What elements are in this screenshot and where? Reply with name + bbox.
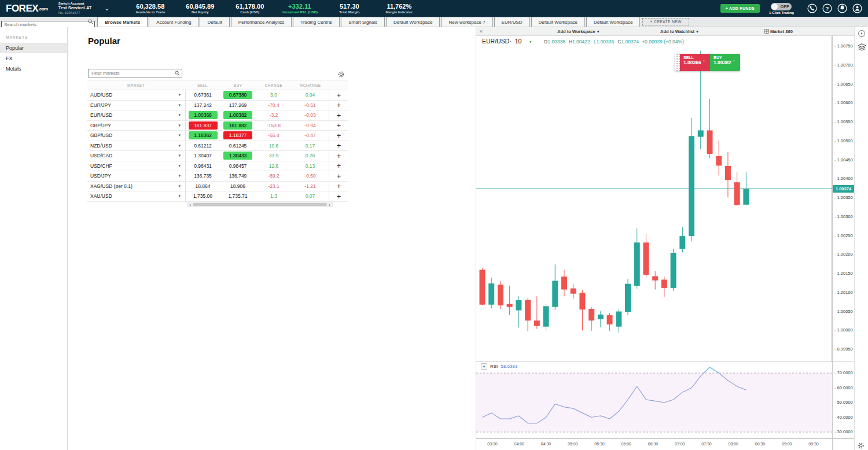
market-cell[interactable]: XAU/USD▾ [87,191,185,201]
buy-price-cell[interactable]: 1,735.71 [220,191,256,201]
buy-price-cell[interactable]: 18.906 [220,182,256,191]
time-axis[interactable]: 03:3004:0004:3005:0005:3006:0006:3007:00… [476,438,854,450]
add-to-watchlist-button[interactable]: Add to Watchlist ▼ [660,29,699,34]
rsi-panel[interactable] [476,362,832,438]
add-market-button[interactable]: + [329,90,348,100]
trade-widget-drag-handle[interactable] [675,54,680,71]
market-cell[interactable]: USD/JPY▾ [87,171,185,181]
sell-price-cell[interactable]: 1.30407 [185,151,220,161]
sell-price-cell[interactable]: 1.18362 [185,131,220,141]
one-click-toggle[interactable]: OFF [771,3,792,10]
scroll-left-arrow[interactable]: ◂ [187,202,192,206]
market-cell[interactable]: XAG/USD (per 0.1)▾ [87,182,185,191]
market-dropdown-icon[interactable]: ▾ [178,174,185,178]
market-dropdown-icon[interactable]: ▾ [178,184,185,189]
sell-price-cell[interactable]: 136.735 [185,171,220,181]
market-cell[interactable]: GBP/USD▾ [87,131,185,141]
sell-price-cell[interactable]: 0.98431 [185,161,220,171]
market-dropdown-icon[interactable]: ▾ [178,133,185,138]
buy-price-cell[interactable]: 1.30433 [220,151,256,161]
workspace-tab[interactable]: Default Workspace [386,17,440,27]
buy-price-cell[interactable]: 136.749 [220,171,256,181]
market-dropdown-icon[interactable]: ▾ [178,103,185,108]
phone-icon[interactable] [807,3,817,13]
scroll-thumb[interactable] [193,203,327,206]
workspace-tab[interactable]: Trading Central [293,17,340,27]
price-axis[interactable]: 1.007501.007001.006501.006001.005501.005… [832,36,854,450]
sidebar-item-fx[interactable]: FX [0,53,67,64]
add-market-button[interactable]: + [329,171,348,181]
market-cell[interactable]: GBP/JPY▾ [87,121,185,131]
workspace-tab[interactable]: Default [200,17,229,27]
market-cell[interactable]: AUD/USD▾ [87,90,185,100]
sell-price-cell[interactable]: 1.00366 [185,110,220,120]
add-market-button[interactable]: + [329,141,348,151]
buy-price-cell[interactable]: 161.882 [220,121,256,131]
add-market-button[interactable]: + [329,101,348,110]
market-cell[interactable]: NZD/USD▾ [87,141,185,151]
add-market-button[interactable]: + [329,191,348,201]
sell-price-cell[interactable]: 18.864 [185,182,220,191]
candlestick-chart[interactable] [476,36,832,362]
market-dropdown-icon[interactable]: ▾ [178,123,185,128]
market-360-button[interactable]: Market 360 [764,29,793,34]
sidebar-item-popular[interactable]: Popular [0,43,67,53]
add-funds-button[interactable]: + ADD FUNDS [720,4,760,13]
add-market-button[interactable]: + [329,161,348,171]
workspace-tab[interactable]: Default Workspace [586,17,640,27]
bell-icon[interactable] [837,3,847,13]
workspace-tab[interactable]: Default Workspace [531,17,585,27]
workspace-tab[interactable]: EUR/USD [494,17,530,27]
add-market-button[interactable]: + [329,182,348,191]
add-market-button[interactable]: + [329,151,348,161]
account-selector[interactable]: Switch Account Test ServiceLAT No. 10041… [58,2,92,14]
workspace-tab[interactable]: Account Funding [149,17,198,27]
buy-price-cell[interactable]: 0.67380 [220,90,256,100]
workspace-tab[interactable]: Browse Markets [97,17,148,27]
buy-button[interactable]: BUY 1.00382 ⌃ [710,54,740,71]
account-icon[interactable] [852,3,862,13]
sell-price-cell[interactable]: 161.837 [185,121,220,131]
workspace-tab[interactable]: Performance Analytics [231,17,292,27]
scroll-right-arrow[interactable]: ▸ [328,202,332,206]
add-to-workspace-button[interactable]: Add to Workspace ▼ [557,29,600,34]
buy-price-cell[interactable]: 0.61245 [220,141,256,151]
market-dropdown-icon[interactable]: ▾ [178,143,185,148]
market-cell[interactable]: USD/CAD▾ [87,151,185,161]
market-dropdown-icon[interactable]: ▾ [178,153,185,158]
sidebar-item-metals[interactable]: Metals [0,64,67,74]
add-market-button[interactable]: + [329,110,348,120]
market-dropdown-icon[interactable]: ▾ [178,194,185,198]
table-settings-gear-icon[interactable] [337,70,345,80]
filter-markets-input[interactable] [88,69,182,78]
buy-price-cell[interactable]: 0.98457 [220,161,256,171]
market-cell[interactable]: EUR/USD▾ [87,110,185,120]
sell-price-cell[interactable]: 137.242 [185,101,220,110]
buy-price-cell[interactable]: 137.269 [220,101,256,110]
market-cell[interactable]: EUR/JPY▾ [87,101,185,110]
chart-symbol[interactable]: EUR/USD [482,38,509,45]
market-dropdown-icon[interactable]: ▾ [178,113,185,117]
help-icon[interactable]: ? [822,3,832,13]
layers-icon[interactable] [857,42,867,52]
rsi-collapse-icon[interactable]: ▼ [481,363,487,370]
collapse-panel-icon[interactable]: « [480,28,483,34]
add-market-button[interactable]: + [329,121,348,131]
market-dropdown-icon[interactable]: ▾ [178,93,185,97]
buy-price-cell[interactable]: 1.18377 [220,131,256,141]
workspace-tab[interactable]: New workspace 7 [441,17,492,27]
add-market-button[interactable]: + [329,131,348,141]
sell-price-cell[interactable]: 1,735.00 [185,191,220,201]
chart-settings-gear-icon[interactable] [857,441,865,450]
create-new-workspace-button[interactable]: + CREATE NEW [642,18,689,25]
workspace-tab[interactable]: Smart Signals [341,17,385,27]
chart-interval[interactable]: 10 [515,38,522,45]
sell-button[interactable]: SELL 1.00366 ⌃ [680,54,710,71]
compass-icon[interactable] [857,29,866,38]
table-h-scrollbar[interactable]: ◂ ▸ [187,202,333,207]
account-chevron-icon[interactable]: ⌄ [104,5,109,12]
market-cell[interactable]: USD/CHF▾ [87,161,185,171]
sell-price-cell[interactable]: 0.67361 [185,90,220,100]
buy-price-cell[interactable]: 1.00382 [220,110,256,120]
market-dropdown-icon[interactable]: ▾ [178,164,185,168]
